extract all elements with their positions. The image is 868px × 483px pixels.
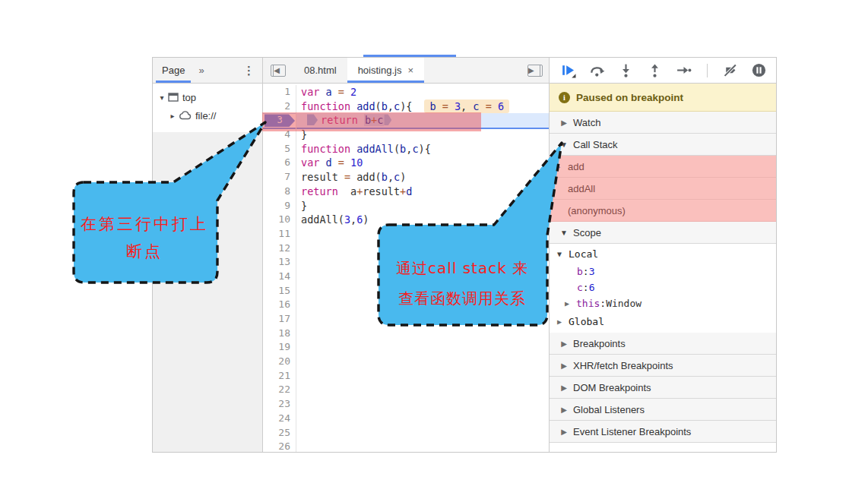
line-number[interactable]: 2 xyxy=(263,99,296,114)
line-number[interactable]: 5 xyxy=(263,142,296,156)
deactivate-breakpoints-icon[interactable] xyxy=(722,62,738,78)
code-content: function add(b,c){b = 3, c = 6 xyxy=(296,99,549,114)
code-content xyxy=(296,327,549,341)
scope-property[interactable]: c: 6 xyxy=(550,279,776,295)
code-token: d xyxy=(326,156,332,169)
scope-global[interactable]: ▶ Global xyxy=(550,311,776,332)
code-token: } xyxy=(301,128,307,140)
line-number[interactable]: 11 xyxy=(263,227,296,242)
section-label: DOM Breakpoints xyxy=(573,382,651,393)
line-number[interactable]: 8 xyxy=(263,185,296,199)
paused-on-breakpoint-banner: i Paused on breakpoint xyxy=(550,84,776,112)
code-token: = xyxy=(338,156,344,169)
call-stack-frame[interactable]: addAll xyxy=(550,178,776,200)
code-token: = xyxy=(486,100,492,112)
line-number[interactable]: 26 xyxy=(263,440,296,452)
line-number[interactable]: 18 xyxy=(263,327,296,341)
line-number[interactable]: 6 xyxy=(263,156,296,170)
line-number[interactable]: 15 xyxy=(263,284,296,298)
section-call-stack[interactable]: ▼ Call Stack xyxy=(550,134,776,156)
section-xhr-fetch-breakpoints[interactable]: ▶XHR/fetch Breakpoints xyxy=(550,355,776,377)
line-number[interactable]: 25 xyxy=(263,426,296,440)
section-global-listeners[interactable]: ▶Global Listeners xyxy=(550,399,776,421)
tree-item-top[interactable]: ▾ top xyxy=(153,88,262,106)
code-token: b xyxy=(429,100,436,112)
line-number[interactable]: 24 xyxy=(263,412,296,426)
section-label: Global Listeners xyxy=(573,404,645,415)
resume-button[interactable] xyxy=(560,62,576,78)
code-token xyxy=(344,156,350,169)
code-token: var xyxy=(301,86,319,98)
code-token: 2 xyxy=(350,86,356,98)
inline-values-badge: b = 3, c = 6 xyxy=(424,99,509,114)
code-token xyxy=(338,185,350,197)
line-number[interactable]: 23 xyxy=(263,397,296,412)
call-stack-frame[interactable]: ▶add xyxy=(550,156,776,178)
code-token: c xyxy=(394,100,400,112)
line-number[interactable]: 22 xyxy=(263,383,296,397)
chevron-right-icon: ▶ xyxy=(560,118,568,127)
line-number[interactable]: 10 xyxy=(263,213,296,227)
code-token: , xyxy=(388,100,394,112)
scope-properties: b: 3c: 6▶this: Window xyxy=(550,264,776,311)
inline-breakpoint-tip-icon[interactable] xyxy=(384,114,391,125)
section-dom-breakpoints[interactable]: ▶DOM Breakpoints xyxy=(550,377,776,399)
line-number[interactable]: 20 xyxy=(263,355,296,369)
call-stack-frame[interactable]: (anonymous) xyxy=(550,200,776,222)
scope-local[interactable]: ▼ Local xyxy=(550,244,776,264)
section-scope[interactable]: ▼ Scope xyxy=(550,222,776,244)
line-number[interactable]: 1 xyxy=(263,85,296,99)
inline-breakpoint-marker-icon[interactable] xyxy=(307,114,318,125)
chevron-right-icon: ▶ xyxy=(560,339,568,348)
step-out-icon[interactable] xyxy=(647,62,663,78)
code-content: return b+c xyxy=(296,113,549,128)
more-tabs-icon[interactable]: » xyxy=(194,65,207,76)
step-into-icon[interactable] xyxy=(618,62,634,78)
property-name: this xyxy=(576,298,600,309)
section-event-listener-breakpoints[interactable]: ▶Event Listener Breakpoints xyxy=(550,421,776,443)
line-number[interactable]: 13 xyxy=(263,255,296,270)
line-number[interactable]: 7 xyxy=(263,170,296,185)
code-content: } xyxy=(296,128,549,142)
code-line: 6var d = 10 xyxy=(263,156,549,170)
line-number[interactable]: 4 xyxy=(263,128,296,142)
line-number[interactable]: 9 xyxy=(263,199,296,213)
collapse-left-panel-icon[interactable]: ◀ xyxy=(271,65,286,77)
code-token xyxy=(344,86,350,98)
line-number[interactable]: 12 xyxy=(263,242,296,256)
tab-08-html[interactable]: 08.html xyxy=(293,58,347,83)
scope-property[interactable]: ▶this: Window xyxy=(550,295,776,311)
close-icon[interactable]: × xyxy=(407,65,413,76)
chevron-down-icon[interactable]: ▾ xyxy=(157,93,166,102)
editor-tabbar: ◀ 08.html hoisting.js × ▶ xyxy=(263,58,549,84)
tree-item-file[interactable]: ▸ file:// xyxy=(153,106,262,125)
code-content xyxy=(296,284,549,298)
section-watch[interactable]: ▶ Watch xyxy=(550,112,776,134)
line-number[interactable]: 3 xyxy=(263,113,296,128)
line-number[interactable]: 17 xyxy=(263,312,296,327)
step-over-icon[interactable] xyxy=(589,62,605,78)
code-token: result xyxy=(301,171,338,183)
scope-property[interactable]: b: 3 xyxy=(550,264,776,279)
property-separator: : xyxy=(583,266,589,277)
step-icon[interactable] xyxy=(676,62,692,78)
section-breakpoints[interactable]: ▶Breakpoints xyxy=(550,333,776,355)
code-line: 24 xyxy=(263,412,549,426)
code-token xyxy=(492,100,498,112)
tab-hoisting-js[interactable]: hoisting.js × xyxy=(347,58,424,83)
line-number[interactable]: 16 xyxy=(263,298,296,312)
chevron-right-icon[interactable]: ▸ xyxy=(168,112,177,120)
line-number[interactable]: 19 xyxy=(263,340,296,355)
code-token: b xyxy=(382,171,388,183)
pause-on-exceptions-icon[interactable] xyxy=(751,62,767,78)
breakpoint-tag[interactable]: 3 xyxy=(265,114,295,127)
line-number[interactable]: 14 xyxy=(263,270,296,284)
tab-page[interactable]: Page xyxy=(153,58,194,83)
chevron-right-icon: ▶ xyxy=(560,384,568,392)
kebab-menu-icon[interactable]: ⋮ xyxy=(236,64,262,77)
chevron-right-icon: ▶ xyxy=(560,406,568,414)
code-line: 17 xyxy=(263,312,549,327)
expand-right-panel-icon[interactable]: ▶ xyxy=(527,65,543,77)
line-number[interactable]: 21 xyxy=(263,369,296,384)
property-name: b xyxy=(577,266,583,277)
